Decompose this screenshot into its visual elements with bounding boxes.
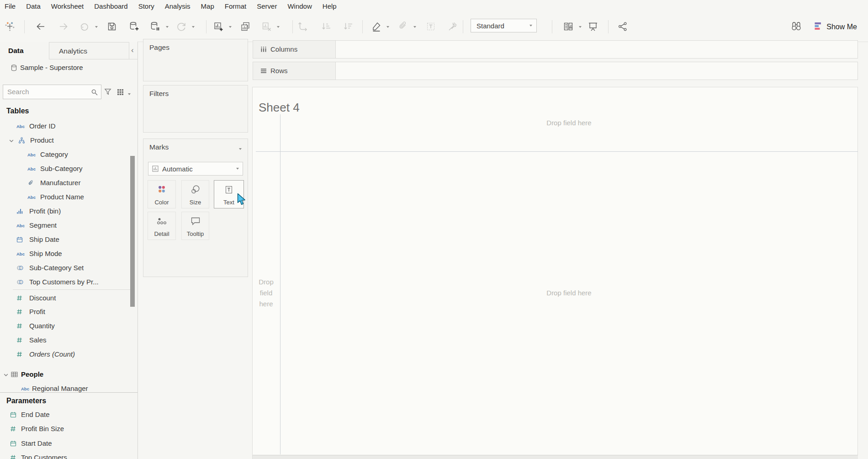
menu-format[interactable]: Format [225,2,247,10]
field-label: Discount [29,291,56,305]
rows-shelf[interactable]: Rows [253,62,858,80]
field-profit[interactable]: Profit [0,304,137,319]
hash-icon [10,426,16,432]
show-me-button[interactable]: Show Me [814,21,857,32]
field-segment[interactable]: AbcSegment [0,218,137,232]
pause-auto-updates-button[interactable] [149,21,160,32]
fix-axes-button[interactable] [447,21,458,32]
filter-fields-icon[interactable] [104,88,111,97]
marks-tooltip-button[interactable]: Tooltip [181,212,209,240]
data-pane-scrollbar[interactable] [130,156,135,307]
show-hide-cards-caret-icon[interactable] [579,26,582,28]
field-ship-mode[interactable]: AbcShip Mode [0,246,137,261]
new-worksheet-caret-icon[interactable] [229,26,232,28]
show-hide-cards-button[interactable] [563,21,574,32]
parameter-profit-bin-size[interactable]: Profit Bin Size [0,422,137,436]
collapse-pane-icon[interactable]: ‹ [131,46,134,55]
presentation-mode-button[interactable] [587,21,598,32]
clear-sheet-button[interactable] [261,21,272,32]
field-product-name[interactable]: AbcProduct Name [0,190,137,204]
group-members-caret-icon[interactable] [413,26,416,28]
highlight-caret-icon[interactable] [386,26,389,28]
filters-card[interactable]: Filters [143,85,248,133]
columns-shelf[interactable]: Columns [253,40,858,59]
save-button[interactable] [106,21,117,32]
field-top-customers-by-pr[interactable]: Top Customers by Pr... [0,275,137,289]
fit-selector-dropdown[interactable]: Standard [471,19,537,32]
parameter-start-date[interactable]: Start Date [0,436,137,450]
field-label: Ship Mode [29,246,62,261]
redo-button[interactable] [58,21,69,32]
sort-ascending-button[interactable] [321,21,332,32]
field-product[interactable]: Product [0,133,137,147]
sort-descending-button[interactable] [343,21,354,32]
horizontal-scrollbar-track[interactable] [253,455,858,459]
field-sub-category[interactable]: AbcSub-Category [0,161,137,176]
highlight-button[interactable] [371,21,382,32]
mark-type-dropdown[interactable]: Automatic [148,162,243,176]
field-category[interactable]: AbcCategory [0,147,137,161]
dropzone-left[interactable]: Drop field here [252,277,280,310]
share-button[interactable] [617,21,628,32]
field-profit-bin[interactable]: Profit (bin) [0,204,137,218]
show-me-icon [814,21,823,32]
menu-map[interactable]: Map [201,2,214,10]
menu-story[interactable]: Story [138,2,154,10]
field-sub-category-set[interactable]: Sub-Category Set [0,261,137,275]
expander-chevron-down-icon[interactable] [9,136,14,144]
parameters-panel: Parameters End DateProfit Bin SizeStart … [0,392,138,459]
parameter-top-customers[interactable]: Top Customers [0,450,137,459]
field-ship-date[interactable]: Ship Date [0,232,137,246]
field-people[interactable]: People [0,367,137,381]
group-members-button[interactable] [398,21,409,32]
datasource-item[interactable]: Sample - Superstore [0,61,138,74]
undo-button[interactable] [35,21,46,32]
undo-icon [35,26,46,33]
new-worksheet-button[interactable] [213,21,224,32]
view-options-caret-icon[interactable] [128,93,131,95]
field-quantity[interactable]: Quantity [0,319,137,333]
abc-icon: Abc [27,166,36,171]
menu-server[interactable]: Server [257,2,277,10]
replay-button[interactable] [79,21,90,32]
dropzone-center[interactable]: Drop field here [280,289,858,297]
new-data-source-button[interactable] [128,21,139,32]
menu-file[interactable]: File [5,2,16,10]
expander-chevron-down-icon[interactable] [4,370,8,379]
find-button[interactable] [790,20,802,34]
duplicate-sheet-button[interactable] [240,21,251,32]
run-auto-updates-caret-icon[interactable] [192,26,195,28]
search-input[interactable]: Search [3,85,101,99]
menu-analysis[interactable]: Analysis [165,2,191,10]
menu-data[interactable]: Data [26,2,41,10]
show-mark-labels-button[interactable] [425,21,436,32]
abc-icon: Abc [16,251,25,256]
tab-data[interactable]: Data [8,42,24,60]
menu-dashboard[interactable]: Dashboard [94,2,127,10]
marks-size-button[interactable]: Size [181,180,209,208]
clear-sheet-caret-icon[interactable] [277,26,280,28]
field-order-id[interactable]: AbcOrder ID [0,119,137,133]
sheet-canvas[interactable] [252,87,858,459]
swap-rows-columns-button[interactable] [297,21,308,32]
run-auto-updates-button[interactable] [176,21,187,32]
field-orders-count[interactable]: Orders (Count) [0,347,137,361]
pause-auto-updates-caret-icon[interactable] [166,26,169,28]
field-manufacturer[interactable]: Manufacturer [0,176,137,190]
marks-color-button[interactable]: Color [148,180,176,208]
tableau-logo-button[interactable] [5,21,16,32]
menu-window[interactable]: Window [287,2,312,10]
tab-analytics[interactable]: Analytics [49,42,129,59]
parameter-end-date[interactable]: End Date [0,407,137,422]
marks-detail-button[interactable]: Detail [148,212,176,240]
field-discount[interactable]: Discount [0,291,137,305]
pages-card[interactable]: Pages [143,39,248,81]
marks-menu-caret-icon[interactable] [239,148,242,150]
replay-icon [79,26,90,33]
field-sales[interactable]: Sales [0,333,137,347]
replay-caret-icon[interactable] [95,26,98,28]
view-options-icon[interactable] [117,89,124,97]
menu-help[interactable]: Help [323,2,337,10]
menu-worksheet[interactable]: Worksheet [51,2,84,10]
dropzone-top[interactable]: Drop field here [280,119,858,127]
